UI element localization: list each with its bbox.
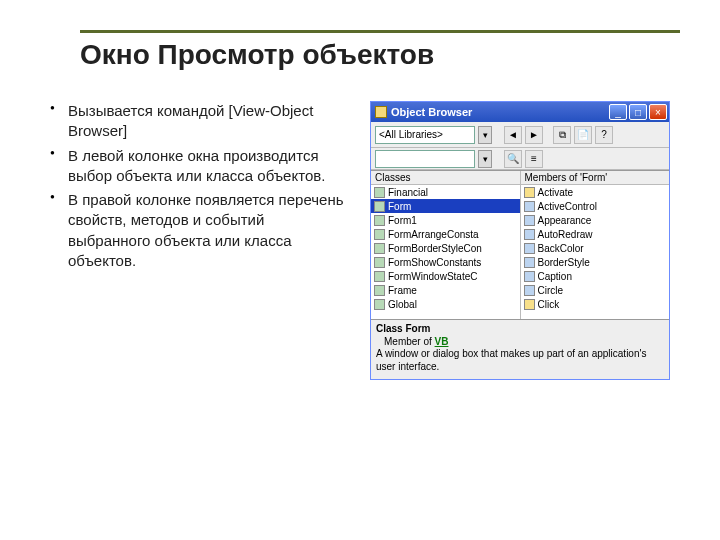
window-titlebar[interactable]: Object Browser _ □ ×: [371, 102, 669, 122]
list-item[interactable]: BorderStyle: [521, 255, 670, 269]
desc-text: A window or dialog box that makes up par…: [376, 348, 664, 373]
bullet-item: В левой колонке окна производится выбор …: [50, 146, 350, 187]
app-icon: [375, 106, 387, 118]
list-item[interactable]: Frame: [371, 283, 520, 297]
list-item[interactable]: Form1: [371, 213, 520, 227]
property-icon: [524, 229, 535, 240]
class-icon: [374, 285, 385, 296]
list-item[interactable]: AutoRedraw: [521, 227, 670, 241]
list-item[interactable]: FormArrangeConsta: [371, 227, 520, 241]
list-item[interactable]: FormWindowStateC: [371, 269, 520, 283]
class-icon: [374, 215, 385, 226]
list-item[interactable]: Activate: [521, 185, 670, 199]
view-definition-button[interactable]: 📄: [574, 126, 592, 144]
slide-title: Окно Просмотр объектов: [80, 39, 680, 71]
search-combo-arrow[interactable]: ▾: [478, 150, 492, 168]
classes-list[interactable]: Financial Form Form1 FormArrangeConsta F…: [371, 185, 520, 319]
bullet-item: Вызывается командой [View-Object Browser…: [50, 101, 350, 142]
help-button[interactable]: ?: [595, 126, 613, 144]
list-item-selected[interactable]: Form: [371, 199, 520, 213]
desc-member-link[interactable]: VB: [435, 336, 449, 347]
method-icon: [524, 285, 535, 296]
event-icon: [524, 187, 535, 198]
library-combo-arrow[interactable]: ▾: [478, 126, 492, 144]
nav-back-button[interactable]: ◄: [504, 126, 522, 144]
search-show-button[interactable]: ≡: [525, 150, 543, 168]
object-browser-window: Object Browser _ □ × <All Libraries> ▾ ◄…: [370, 101, 670, 380]
minimize-button[interactable]: _: [609, 104, 627, 120]
toolbar-search: ▾ 🔍 ≡: [371, 148, 669, 170]
copy-button[interactable]: ⧉: [553, 126, 571, 144]
class-icon: [374, 187, 385, 198]
members-header: Members of 'Form': [521, 171, 670, 185]
search-go-button[interactable]: 🔍: [504, 150, 522, 168]
classes-column: Classes Financial Form Form1 FormArrange…: [371, 171, 520, 319]
desc-member-line: Member of VB: [376, 336, 664, 349]
library-combo[interactable]: <All Libraries>: [375, 126, 475, 144]
event-icon: [524, 299, 535, 310]
class-icon: [374, 271, 385, 282]
property-icon: [524, 271, 535, 282]
desc-class-line: Class Form: [376, 323, 664, 336]
list-item[interactable]: Caption: [521, 269, 670, 283]
bullet-list: Вызывается командой [View-Object Browser…: [50, 101, 350, 275]
members-column: Members of 'Form' Activate ActiveControl…: [520, 171, 670, 319]
list-item[interactable]: Circle: [521, 283, 670, 297]
close-button[interactable]: ×: [649, 104, 667, 120]
class-icon: [374, 243, 385, 254]
window-title: Object Browser: [391, 106, 607, 118]
class-icon: [374, 257, 385, 268]
list-item[interactable]: BackColor: [521, 241, 670, 255]
property-icon: [524, 257, 535, 268]
members-list[interactable]: Activate ActiveControl Appearance AutoRe…: [521, 185, 670, 319]
class-icon: [374, 229, 385, 240]
property-icon: [524, 243, 535, 254]
list-item[interactable]: Global: [371, 297, 520, 311]
toolbar-main: <All Libraries> ▾ ◄ ► ⧉ 📄 ?: [371, 122, 669, 148]
list-item[interactable]: Financial: [371, 185, 520, 199]
description-pane: Class Form Member of VB A window or dial…: [371, 320, 669, 379]
classes-header: Classes: [371, 171, 520, 185]
bullet-item: В правой колонке появляется перечень сво…: [50, 190, 350, 271]
class-icon: [374, 299, 385, 310]
list-item[interactable]: Appearance: [521, 213, 670, 227]
list-item[interactable]: FormBorderStyleCon: [371, 241, 520, 255]
list-item[interactable]: ActiveControl: [521, 199, 670, 213]
maximize-button[interactable]: □: [629, 104, 647, 120]
list-item[interactable]: FormShowConstants: [371, 255, 520, 269]
property-icon: [524, 201, 535, 212]
list-item[interactable]: Click: [521, 297, 670, 311]
class-icon: [374, 201, 385, 212]
search-combo[interactable]: [375, 150, 475, 168]
property-icon: [524, 215, 535, 226]
nav-forward-button[interactable]: ►: [525, 126, 543, 144]
